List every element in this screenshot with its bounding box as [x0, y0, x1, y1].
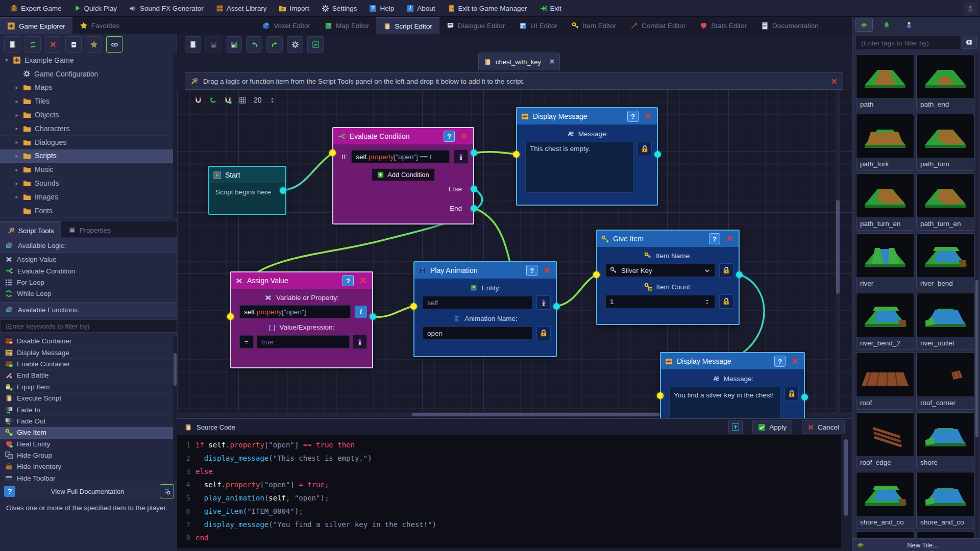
expand-arrow-icon[interactable]: ▸: [14, 112, 19, 118]
node-display-message-2[interactable]: Display Message ? × A Message: You find …: [660, 352, 805, 418]
tree-item-dialogues[interactable]: ▸ Dialogues: [0, 136, 173, 149]
load-script-button[interactable]: [728, 420, 743, 434]
code-line[interactable]: 1if self.property["open"] == true then: [177, 438, 841, 452]
new-tile-button[interactable]: New Tile...: [865, 541, 980, 549]
lock-button[interactable]: [638, 142, 652, 156]
port-out[interactable]: [736, 271, 743, 278]
grid-size-value[interactable]: 20: [254, 96, 262, 104]
count-spinner[interactable]: [704, 298, 710, 305]
tile-card-path[interactable]: path: [856, 54, 914, 111]
port-out[interactable]: [280, 187, 286, 194]
port-in[interactable]: [513, 151, 520, 158]
function-item-disable-container[interactable]: Disable Container: [0, 336, 173, 347]
port-out-else[interactable]: [471, 186, 477, 192]
snap-on-icon[interactable]: [224, 96, 232, 104]
function-item-enable-container[interactable]: Enable Container: [0, 359, 173, 370]
function-scrollbar-thumb[interactable]: [174, 353, 177, 386]
code-scrollbar-thumb[interactable]: [844, 439, 848, 516]
save-button[interactable]: [205, 36, 222, 53]
expand-arrow-icon[interactable]: ▸: [14, 153, 19, 159]
script-canvas[interactable]: 20 Start Script begins here Evaluate Con…: [177, 90, 852, 418]
code-line[interactable]: 4 self.property["open"] = true;: [177, 478, 841, 491]
variable-input[interactable]: self.property["open"]: [239, 305, 351, 318]
tile-card-shore[interactable]: shore: [916, 412, 974, 469]
help-icon[interactable]: ?: [4, 486, 15, 497]
lock-button[interactable]: [536, 326, 551, 340]
port-out[interactable]: [801, 394, 808, 400]
wizard-button[interactable]: [454, 149, 468, 164]
tile-card-partial[interactable]: [916, 532, 974, 538]
tree-item-game-configuration[interactable]: Game Configuration: [0, 67, 173, 81]
auto-arrange-icon[interactable]: [209, 96, 217, 104]
lock-button[interactable]: [719, 263, 733, 278]
code-line[interactable]: 3else: [177, 465, 841, 478]
tile-card-roof[interactable]: roof: [856, 353, 914, 410]
menu-exit[interactable]: Exit: [533, 0, 568, 17]
expand-arrow-icon[interactable]: ▸: [14, 126, 19, 131]
tab-item-editor[interactable]: Item Editor: [565, 17, 623, 34]
condition-input[interactable]: self.property["open"] == t: [351, 150, 450, 163]
port-out-end[interactable]: [471, 205, 477, 212]
menu-exit-to-game-manager[interactable]: Exit to Game Manager: [442, 0, 533, 17]
function-item-display-message[interactable]: Display Message: [0, 347, 173, 358]
save-as-button[interactable]: [226, 36, 242, 53]
new-script-button[interactable]: [185, 36, 201, 53]
view-full-documentation-button[interactable]: View Full Documentation: [15, 488, 160, 495]
port-out[interactable]: [553, 303, 560, 310]
tab-close-icon[interactable]: ×: [550, 57, 554, 66]
logic-item-while-loop[interactable]: While Loop: [0, 288, 177, 299]
tree-item-maps[interactable]: ▸ Maps: [0, 81, 173, 95]
port-out[interactable]: [471, 149, 477, 156]
redo-button[interactable]: [266, 36, 283, 53]
expand-arrow-icon[interactable]: ▸: [14, 167, 19, 172]
function-item-equip-item[interactable]: Equip Item: [0, 382, 173, 393]
item-count-input[interactable]: 1: [605, 295, 715, 308]
refresh-button[interactable]: [24, 36, 41, 53]
cancel-button[interactable]: Cancel: [802, 420, 845, 434]
menu-about[interactable]: iAbout: [400, 0, 441, 17]
function-item-hide-inventory[interactable]: Hide Inventory: [0, 461, 173, 472]
tile-card-river_bend_2[interactable]: river_bend_2: [856, 293, 914, 350]
grid-icon[interactable]: [239, 96, 247, 104]
export-script-button[interactable]: [307, 36, 324, 53]
function-item-end-battle[interactable]: End Battle: [0, 370, 173, 381]
tab-stats-editor[interactable]: Stats Editor: [693, 17, 754, 34]
user-corner-icon[interactable]: [964, 2, 977, 15]
tile-card-roof_edge[interactable]: roof_edge: [856, 412, 914, 469]
script-tab-chest-with-key[interactable]: chest_with_key ×: [478, 53, 560, 70]
node-evaluate-condition[interactable]: Evaluate Condition ? × If: self.property…: [332, 127, 474, 224]
clear-filter-button[interactable]: [961, 36, 977, 49]
code-editor[interactable]: 1if self.property["open"] == true then2 …: [177, 435, 841, 548]
tab-script-editor[interactable]: Script Editor: [376, 17, 439, 34]
lock-button[interactable]: [719, 294, 733, 309]
expand-arrow-icon[interactable]: ▸: [14, 139, 19, 145]
tile-card-river_bend[interactable]: river_bend: [916, 233, 974, 290]
tab-favorites[interactable]: Favorites: [72, 17, 127, 34]
wizard-button[interactable]: [353, 335, 367, 349]
tab-documentation[interactable]: Documentation: [754, 17, 826, 34]
tile-card-partial[interactable]: [856, 532, 914, 538]
help-button[interactable]: ?: [444, 131, 455, 142]
grid-size-spinner[interactable]: [269, 97, 276, 104]
value-input[interactable]: true: [257, 335, 350, 348]
close-button[interactable]: ×: [542, 265, 552, 276]
port-in[interactable]: [227, 313, 234, 320]
code-line[interactable]: 7 display_message("You find a silver key…: [177, 518, 841, 531]
code-line[interactable]: 2 display_message("This chest is empty."…: [177, 452, 841, 465]
undo-button[interactable]: [246, 36, 262, 53]
open-docs-button[interactable]: [160, 484, 174, 498]
function-filter-input[interactable]: (Enter keywords to filter by): [0, 319, 177, 333]
expand-arrow-icon[interactable]: ▾: [4, 57, 9, 63]
close-button[interactable]: ×: [724, 234, 734, 244]
new-item-button[interactable]: [4, 36, 20, 53]
tree-scrollbar[interactable]: [173, 54, 177, 218]
palette-scrollbar-thumb[interactable]: [975, 280, 978, 437]
tile-card-path_turn_en[interactable]: path_turn_en: [916, 173, 974, 231]
logic-item-evaluate-condition[interactable]: Evaluate Condition: [0, 265, 177, 277]
menu-help[interactable]: ?Help: [363, 0, 400, 17]
script-settings-button[interactable]: [287, 36, 303, 53]
code-line[interactable]: 8end: [177, 531, 841, 544]
collapse-all-button[interactable]: [65, 36, 82, 53]
tab-properties[interactable]: Properties: [61, 221, 118, 239]
port-in[interactable]: [657, 392, 664, 399]
